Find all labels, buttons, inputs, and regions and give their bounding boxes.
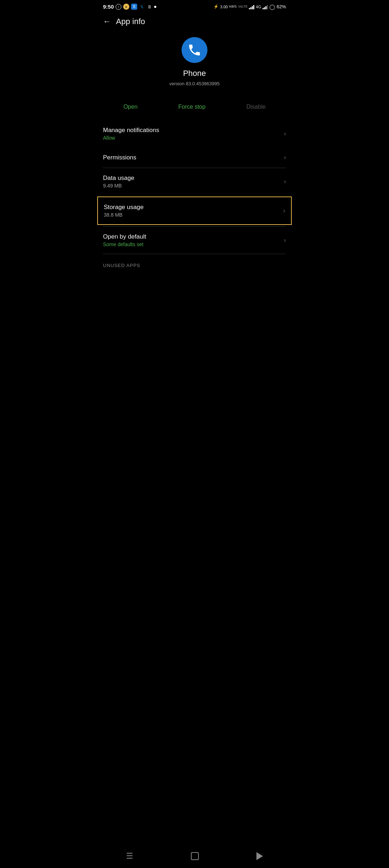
menu-item-storage-usage[interactable]: Storage usage 38.8 MB › <box>97 196 292 225</box>
status-time: 9:50 <box>103 4 114 10</box>
chevron-right-icon: › <box>284 130 286 137</box>
back-nav-icon[interactable] <box>256 852 263 860</box>
signal-bars <box>249 4 254 9</box>
menu-item-manage-notifications[interactable]: Manage notifications Allow › <box>97 120 292 147</box>
open-button[interactable]: Open <box>116 101 145 113</box>
menu-item-subtitle-allow: Allow <box>103 135 159 141</box>
signal-type: 4G <box>256 5 261 9</box>
battery-circle-icon: ◯ <box>269 4 275 10</box>
chevron-right-icon-2: › <box>284 154 286 161</box>
bt-icon-right: ⚡ <box>214 4 219 9</box>
menu-item-subtitle-default: Some defaults set <box>103 241 146 247</box>
status-right: ⚡ 3.00 KB/S VoLTE 4G ◯ 62% <box>214 4 286 10</box>
menu-item-open-by-default[interactable]: Open by default Some defaults set › <box>97 227 292 254</box>
menu-item-title-data: Data usage <box>103 175 134 182</box>
chevron-right-icon-3: › <box>284 178 286 185</box>
coin-icon: c <box>123 4 129 10</box>
menu-item-data-usage[interactable]: Data usage 9.49 MB › <box>97 168 292 195</box>
force-stop-button[interactable]: Force stop <box>171 101 213 113</box>
menu-item-title-permissions: Permissions <box>103 154 137 161</box>
menu-item-title-storage: Storage usage <box>104 204 144 211</box>
signal-bar-2 <box>250 7 251 9</box>
menu-section: Manage notifications Allow › Permissions… <box>97 120 292 271</box>
home-nav-icon[interactable] <box>191 852 199 860</box>
menu-item-left: Permissions <box>103 154 137 161</box>
signal-bar2-4 <box>267 5 268 9</box>
unused-apps-section-header: UNUSED APPS <box>97 254 292 271</box>
app-version: version 83.0.453963995 <box>169 81 220 86</box>
twitter-icon: 𝕏 <box>139 4 145 10</box>
battery-percent: 62% <box>277 4 286 9</box>
back-button[interactable]: ← <box>103 17 111 26</box>
content-area: Phone version 83.0.453963995 Open Force … <box>97 30 292 300</box>
disable-button[interactable]: Disable <box>239 101 273 113</box>
menu-item-left: Storage usage 38.8 MB <box>104 204 144 218</box>
signal-bar-4 <box>253 5 254 9</box>
bottom-nav: ☰ <box>97 847 292 868</box>
chevron-right-icon-5: › <box>284 236 286 244</box>
menu-nav-icon[interactable]: ☰ <box>126 851 133 861</box>
volte-label: VoLTE <box>238 5 247 8</box>
signal-bar2-3 <box>265 6 267 9</box>
bluetooth-icon: B <box>131 4 137 10</box>
menu-item-subtitle-storage: 38.8 MB <box>104 212 144 218</box>
signal-bar-3 <box>252 6 253 9</box>
top-nav: ← App info <box>97 12 292 30</box>
dot-indicator <box>154 6 156 8</box>
menu-item-left: Manage notifications Allow <box>103 127 159 141</box>
menu-item-title-default: Open by default <box>103 233 146 240</box>
menu-item-left: Open by default Some defaults set <box>103 233 146 247</box>
app-icon-container <box>182 37 207 63</box>
alert-icon: ! <box>116 4 121 10</box>
signal-bar-1 <box>249 8 250 9</box>
network-speed: 3.00 <box>220 5 228 9</box>
status-bar: 9:50 ! c B 𝕏 🗓 ⚡ 3.00 KB/S VoLTE 4G ◯ 62… <box>97 0 292 12</box>
app-name: Phone <box>183 69 206 78</box>
app-header: Phone version 83.0.453963995 <box>97 30 292 97</box>
status-left: 9:50 ! c B 𝕏 🗓 <box>103 4 156 10</box>
phone-icon <box>187 43 202 57</box>
action-buttons: Open Force stop Disable <box>97 97 292 120</box>
menu-item-left: Data usage 9.49 MB <box>103 175 134 189</box>
page-title: App info <box>116 17 145 26</box>
menu-item-subtitle-data: 9.49 MB <box>103 183 134 189</box>
signal-bar2-2 <box>264 7 265 9</box>
signal-bar2-1 <box>263 8 264 9</box>
network-speed-unit: KB/S <box>229 5 237 8</box>
chevron-right-icon-4: › <box>283 207 285 214</box>
app-icon-small: 🗓 <box>147 4 152 10</box>
signal-bars-2 <box>263 4 268 9</box>
menu-item-title: Manage notifications <box>103 127 159 134</box>
menu-item-permissions[interactable]: Permissions › <box>97 147 292 168</box>
